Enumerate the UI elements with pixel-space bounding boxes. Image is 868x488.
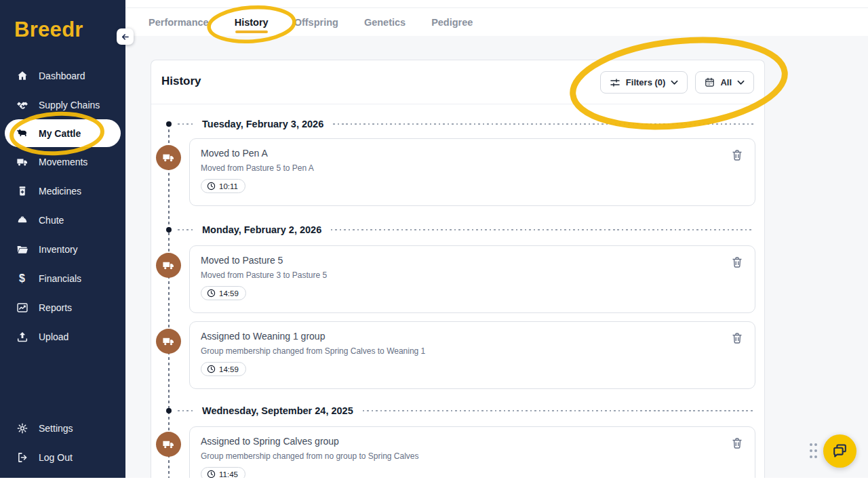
breedr-logo: Breedr: [14, 18, 83, 42]
drag-dots-icon: [808, 441, 818, 462]
sidebar-nav: Dashboard Supply Chains My Cattle Moveme…: [0, 61, 125, 351]
event-description: Group membership changed from no group t…: [201, 451, 744, 461]
logout-icon: [16, 451, 28, 464]
timeline-date: Tuesday, February 3, 2026: [199, 119, 327, 129]
event-description: Moved from Pasture 3 to Pasture 5: [201, 270, 744, 280]
dashed-line: [331, 229, 753, 230]
timeline-date-row: Monday, February 2, 2026: [163, 223, 753, 237]
dashed-line: [178, 229, 193, 230]
trash-icon: [730, 436, 744, 450]
event-title: Moved to Pen A: [201, 148, 744, 159]
timeline-date: Wednesday, September 24, 2025: [199, 405, 357, 416]
sidebar-item-inventory[interactable]: Inventory: [0, 235, 125, 264]
timeline-dot: [166, 227, 172, 232]
event-time-chip: 14:59: [201, 362, 246, 376]
timeline-dot: [166, 121, 172, 127]
sidebar-item-chute[interactable]: Chute: [0, 205, 125, 235]
sidebar-footer: Settings Log Out: [0, 413, 125, 472]
sidebar-item-label: Log Out: [39, 452, 73, 463]
line-chart-icon: [16, 301, 28, 314]
event-truck-badge: [156, 145, 181, 170]
sidebar-item-label: Reports: [39, 302, 72, 313]
event-title: Assigned to Weaning 1 group: [201, 331, 744, 342]
cow-icon: [16, 127, 28, 140]
dashed-line: [363, 410, 753, 411]
truck-icon: [162, 335, 175, 348]
sidebar-item-label: Financials: [39, 273, 81, 284]
truck-icon: [162, 438, 175, 451]
sidebar-item-reports[interactable]: Reports: [0, 293, 125, 322]
sidebar-item-label: Chute: [39, 215, 64, 226]
home-icon: [16, 69, 28, 82]
timeline-line: [168, 124, 170, 478]
sidebar-item-log-out[interactable]: Log Out: [0, 443, 125, 472]
sidebar-item-label: Upload: [39, 331, 68, 342]
tab-offspring[interactable]: Offspring: [294, 17, 338, 28]
medicine-bottle-icon: [16, 184, 28, 197]
window-bottom-edge: [0, 478, 868, 488]
event-time: 14:59: [219, 365, 239, 373]
clock-icon: [207, 182, 216, 190]
dashed-line: [178, 410, 193, 411]
chat-icon: [831, 442, 849, 460]
clock-icon: [207, 289, 216, 298]
chevron-down-icon: [737, 80, 745, 85]
event-time-chip: 14:59: [201, 286, 246, 300]
tab-performance[interactable]: Performance: [149, 17, 209, 28]
sidebar-item-label: Dashboard: [39, 70, 85, 81]
sidebar-item-label: Inventory: [39, 244, 78, 255]
weight-icon: [16, 214, 28, 226]
event-card: Moved to Pasture 5 Moved from Pasture 3 …: [189, 245, 755, 313]
sidebar-collapse-button[interactable]: [117, 28, 134, 45]
event-card: Moved to Pen A Moved from Pasture 5 to P…: [189, 138, 755, 206]
clock-icon: [207, 365, 216, 373]
tab-pedigree[interactable]: Pedigree: [431, 17, 473, 28]
event-time-chip: 10:11: [201, 179, 245, 193]
dashed-line: [333, 123, 753, 125]
event-title: Moved to Pasture 5: [201, 255, 744, 266]
event-title: Assigned to Spring Calves group: [201, 436, 744, 447]
chat-button[interactable]: [823, 434, 856, 468]
sidebar-item-label: Movements: [39, 157, 87, 167]
sidebar-item-label: Supply Chains: [39, 100, 100, 110]
sidebar-item-upload[interactable]: Upload: [0, 322, 125, 351]
trash-icon: [730, 148, 744, 162]
sidebar-item-financials[interactable]: $ Financials: [0, 264, 125, 293]
panel-title: History: [161, 75, 201, 88]
delete-event-button[interactable]: [730, 436, 744, 450]
sidebar-item-label: My Cattle: [39, 128, 81, 139]
truck-icon: [16, 155, 28, 168]
gear-icon: [16, 422, 28, 434]
delete-event-button[interactable]: [730, 331, 744, 345]
event-truck-badge: [156, 253, 181, 278]
trash-icon: [730, 331, 744, 345]
sidebar-item-supply-chains[interactable]: Supply Chains: [0, 90, 125, 119]
timeline-date-row: Tuesday, February 3, 2026: [163, 117, 753, 131]
arrow-left-icon: [120, 32, 130, 42]
delete-event-button[interactable]: [730, 256, 744, 269]
dashed-line: [178, 123, 193, 125]
event-description: Group membership changed from Spring Cal…: [201, 346, 744, 356]
event-description: Moved from Pasture 5 to Pen A: [201, 163, 744, 173]
calendar-icon: [705, 77, 715, 87]
sidebar-item-settings[interactable]: Settings: [0, 413, 125, 443]
truck-icon: [162, 259, 175, 272]
filters-button[interactable]: Filters (0): [600, 71, 688, 94]
event-time: 14:59: [219, 289, 239, 298]
sidebar-item-movements[interactable]: Movements: [0, 147, 125, 176]
sliders-icon: [610, 77, 620, 88]
trash-icon: [730, 256, 744, 269]
date-range-button[interactable]: All: [695, 71, 754, 94]
tab-genetics[interactable]: Genetics: [364, 17, 406, 28]
sidebar-item-dashboard[interactable]: Dashboard: [0, 61, 125, 90]
delete-event-button[interactable]: [730, 148, 744, 162]
sidebar-item-medicines[interactable]: Medicines: [0, 176, 125, 205]
tab-history[interactable]: History: [235, 17, 269, 28]
event-truck-badge: [156, 329, 181, 354]
event-time: 11:45: [219, 470, 238, 479]
upload-icon: [16, 330, 28, 343]
dollar-icon: $: [16, 272, 28, 285]
chat-drag-handle[interactable]: [808, 441, 818, 464]
sidebar-item-my-cattle[interactable]: My Cattle: [5, 119, 121, 147]
filters-button-label: Filters (0): [626, 77, 666, 87]
